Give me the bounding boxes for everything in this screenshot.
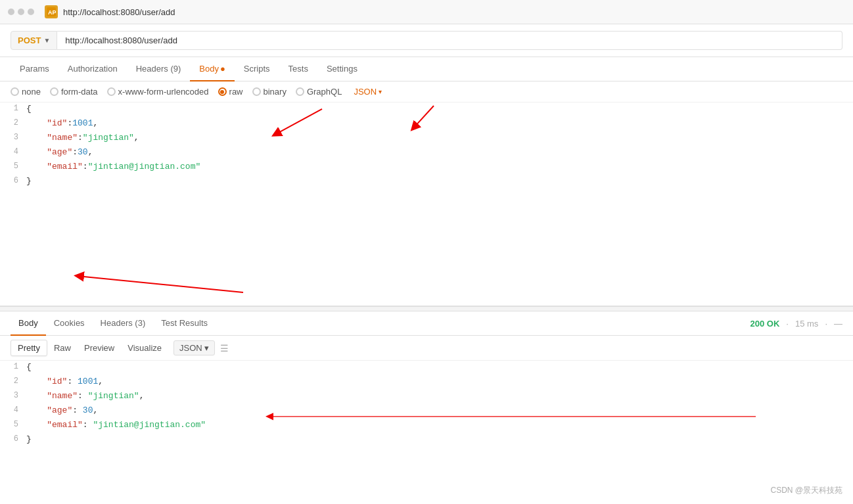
view-visualize-button[interactable]: Visualize <box>121 340 168 355</box>
radio-binary[interactable]: binary <box>252 87 287 97</box>
req-line-3: 3 "name":"jingtian", <box>0 131 853 146</box>
response-tab-body[interactable]: Body <box>11 311 46 336</box>
response-format-label: JSON <box>179 343 202 353</box>
radio-circle-urlencoded <box>107 87 116 96</box>
view-pretty-button[interactable]: Pretty <box>11 340 47 356</box>
json-format-button[interactable]: JSON ▾ <box>354 87 382 97</box>
tab-headers[interactable]: Headers (9) <box>127 57 191 81</box>
section-divider <box>0 306 853 311</box>
status-area: 200 OK · 15 ms · — <box>750 319 842 329</box>
window-dot-3 <box>28 9 34 15</box>
url-input[interactable] <box>57 31 842 50</box>
req-line-2: 2 "id":1001, <box>0 117 853 131</box>
response-body-lines: 1 { 2 "id": 1001, 3 "name": "jingtian", … <box>0 361 853 447</box>
request-tabs: Params Authorization Headers (9) Body● S… <box>0 57 853 81</box>
radio-none-label: none <box>22 87 41 97</box>
status-separator-1: · <box>786 319 789 329</box>
json-chevron-icon: ▾ <box>379 88 382 95</box>
radio-urlencoded[interactable]: x-www-form-urlencoded <box>107 87 209 97</box>
tab-params[interactable]: Params <box>11 57 58 81</box>
tab-authorization[interactable]: Authorization <box>58 57 127 81</box>
resp-line-3: 3 "name": "jingtian", <box>0 390 853 404</box>
resp-line-4: 4 "age": 30, <box>0 404 853 419</box>
resp-line-1: 1 { <box>0 361 853 375</box>
response-format-chevron: ▾ <box>204 343 209 353</box>
app-icon: API <box>45 5 58 18</box>
radio-urlencoded-label: x-www-form-urlencoded <box>118 87 209 97</box>
radio-binary-label: binary <box>264 87 287 97</box>
radio-formdata-label: form-data <box>61 87 98 97</box>
req-line-4: 4 "age":30, <box>0 146 853 160</box>
top-bar: API http://localhost:8080/user/add <box>0 0 853 24</box>
method-label: POST <box>18 35 41 45</box>
radio-circle-graphql <box>296 87 304 96</box>
view-preview-button[interactable]: Preview <box>78 340 121 355</box>
tab-scripts[interactable]: Scripts <box>235 57 279 81</box>
tab-body[interactable]: Body● <box>190 57 235 81</box>
response-tab-cookies[interactable]: Cookies <box>46 311 93 336</box>
window-controls <box>8 9 34 15</box>
request-bar: POST ▼ <box>0 24 853 57</box>
response-format-select[interactable]: JSON ▾ <box>173 340 215 355</box>
radio-circle-binary <box>252 87 261 96</box>
view-raw-button[interactable]: Raw <box>47 340 78 355</box>
radio-circle-formdata <box>50 87 58 96</box>
response-tab-test-results[interactable]: Test Results <box>153 311 216 336</box>
req-line-6: 6 } <box>0 175 853 189</box>
window-dot-2 <box>18 9 24 15</box>
request-body-lines: 1 { 2 "id":1001, 3 "name":"jingtian", 4 … <box>0 103 853 189</box>
svg-line-7 <box>79 276 243 292</box>
tab-tests[interactable]: Tests <box>279 57 317 81</box>
response-tabs: Body Cookies Headers (3) Test Results 20… <box>0 311 853 336</box>
radio-graphql[interactable]: GraphQL <box>296 87 342 97</box>
resp-line-5: 5 "email": "jintian@jingtian.com" <box>0 419 853 433</box>
response-tab-headers[interactable]: Headers (3) <box>93 311 154 336</box>
request-body-editor[interactable]: 1 { 2 "id":1001, 3 "name":"jingtian", 4 … <box>0 103 853 306</box>
req-line-1: 1 { <box>0 103 853 117</box>
status-code: 200 OK <box>750 319 780 329</box>
response-time: 15 ms <box>795 319 818 329</box>
radio-raw[interactable]: raw <box>218 87 243 97</box>
response-view-row: Pretty Raw Preview Visualize JSON ▾ ☰ <box>0 336 853 361</box>
topbar-url: http://localhost:8080/user/add <box>63 7 175 17</box>
svg-text:API: API <box>48 9 56 16</box>
resp-line-6: 6 } <box>0 433 853 447</box>
method-chevron: ▼ <box>43 37 50 44</box>
resp-line-2: 2 "id": 1001, <box>0 375 853 390</box>
radio-none[interactable]: none <box>11 87 41 97</box>
radio-circle-none <box>11 87 19 96</box>
radio-raw-label: raw <box>229 87 243 97</box>
window-dot-1 <box>8 9 14 15</box>
req-line-5: 5 "email":"jintian@jingtian.com" <box>0 160 853 175</box>
json-format-label: JSON <box>354 87 377 97</box>
method-select[interactable]: POST ▼ <box>11 31 57 50</box>
body-options-row: none form-data x-www-form-urlencoded raw… <box>0 81 853 103</box>
radio-graphql-label: GraphQL <box>307 87 342 97</box>
radio-circle-raw <box>218 87 227 96</box>
response-body-area: 1 { 2 "id": 1001, 3 "name": "jingtian", … <box>0 361 853 447</box>
status-separator-2: · <box>825 319 827 329</box>
response-size: — <box>834 319 842 329</box>
radio-form-data[interactable]: form-data <box>50 87 98 97</box>
tab-settings[interactable]: Settings <box>317 57 367 81</box>
filter-icon[interactable]: ☰ <box>220 343 229 354</box>
